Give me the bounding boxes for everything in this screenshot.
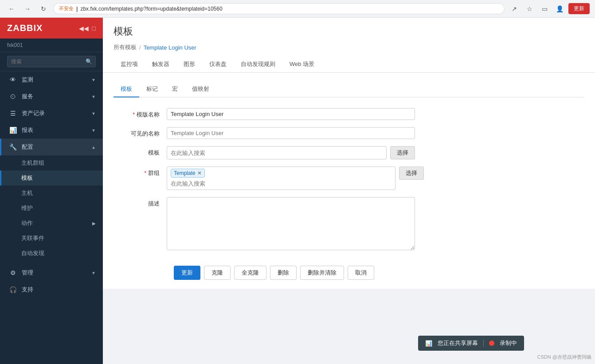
recording-dot [489,341,494,346]
form-actions: 更新 克隆 全克隆 删除 删除并清除 取消 [114,259,584,280]
zabbix-logo: ZABBIX [7,23,43,33]
chevron-up-icon: ▲ [91,145,96,150]
sub-tabs: 模板 标记 宏 值映射 [114,81,584,97]
sidebar-item-host-groups[interactable]: 主机群组 [0,155,103,170]
form-container: 模板 标记 宏 值映射 模版名称 可见的名称 [103,73,595,289]
group-label: 群组 [114,167,167,177]
chevron-down-icon: ▼ [91,77,96,82]
chevron-right-icon: ▶ [92,221,96,226]
page-title: 模板 [114,25,584,38]
browser-update-button[interactable]: 更新 [568,3,590,14]
sidebar-search-input[interactable] [7,56,96,67]
delete-button[interactable]: 删除 [270,266,297,280]
sidebar-item-report[interactable]: 📊 报表 ▼ [0,122,103,139]
sidebar-item-monitor[interactable]: 👁 监测 ▼ [0,71,103,88]
sidebar-item-config[interactable]: 🔧 配置 ▲ [0,139,103,155]
template-name-field [167,108,584,120]
security-warning: 不安全 [59,5,74,12]
sidebar-item-service[interactable]: ⏲ 服务 ▼ [0,88,103,105]
template-name-label: 模版名称 [114,108,167,119]
back-button[interactable]: ← [5,3,18,15]
template-field: 选择 [167,146,584,159]
report-icon: 📊 [8,127,17,134]
sidebar-item-support[interactable]: 🎧 支持 [0,281,103,298]
breadcrumb: 所有模板 / Template Login User [114,43,584,51]
sidebar-item-hosts[interactable]: 主机 [0,186,103,201]
address-separator: | [76,5,78,12]
sidebar-item-discovery[interactable]: 自动发现 [0,246,103,261]
group-tag-input-area[interactable]: Template ✕ [167,167,395,190]
chevron-down-icon: ▼ [91,271,96,275]
sharing-text: 您正在共享屏幕 [438,339,478,347]
tab-graphs[interactable]: 图形 [176,57,202,73]
tab-triggers[interactable]: 触发器 [145,57,176,73]
sidebar-header: ZABBIX ◀◀ □ [0,18,103,39]
status-bar-divider [483,340,484,347]
expand-icon[interactable]: □ [92,25,96,32]
group-tag: Template ✕ [171,169,205,178]
template-name-input[interactable] [167,108,415,120]
sidebar-item-actions[interactable]: 动作 ▶ [0,216,103,231]
share-button[interactable]: ↗ [508,3,521,15]
bookmark-button[interactable]: ☆ [523,3,536,15]
url-text: zbx.fxk.com/templates.php?form=update&te… [80,6,222,12]
service-icon: ⏲ [8,93,17,100]
delete-clear-button[interactable]: 删除并清除 [300,266,344,280]
address-bar[interactable]: 不安全 | zbx.fxk.com/templates.php?form=upd… [53,3,505,14]
assets-icon: ☰ [8,110,17,117]
sub-tab-tags[interactable]: 标记 [139,81,165,97]
sidebar-item-maintenance[interactable]: 维护 [0,201,103,216]
template-search-input[interactable] [167,146,387,159]
update-button[interactable]: 更新 [174,266,200,280]
browser-actions: ↗ ☆ ▭ 👤 更新 [508,3,590,15]
tag-row: Template ✕ [171,169,391,178]
cancel-button[interactable]: 取消 [348,266,374,280]
status-bar: 📊 您正在共享屏幕 录制中 [418,336,524,351]
group-tag-remove[interactable]: ✕ [197,170,202,176]
sub-tab-macros[interactable]: 宏 [165,81,185,97]
sidebar-item-manage[interactable]: ⚙ 管理 ▼ [0,264,103,281]
group-tag-label: Template [174,170,196,176]
sidebar-item-assets[interactable]: ☰ 资产记录 ▼ [0,105,103,122]
description-textarea[interactable] [167,197,415,250]
visible-name-label: 可见的名称 [114,127,167,138]
recording-text: 录制中 [500,339,517,347]
tab-web-scenarios[interactable]: Web 场景 [282,57,321,73]
sidebar-search-area: 🔍 [0,52,103,71]
full-clone-button[interactable]: 全克隆 [234,266,266,280]
profile-button[interactable]: 👤 [553,3,566,15]
forward-button[interactable]: → [21,3,34,15]
template-row: 模板 选择 [114,146,584,159]
sidebar-item-templates[interactable]: 模板 [0,170,103,186]
description-field [167,197,584,252]
breadcrumb-parent[interactable]: 所有模板 [114,43,137,51]
group-select-button[interactable]: 选择 [399,167,424,180]
visible-name-input[interactable] [167,127,415,139]
config-icon: 🔧 [8,143,17,151]
tab-auto-discovery[interactable]: 自动发现规则 [234,57,282,73]
template-select-button[interactable]: 选择 [390,146,415,159]
group-row: 群组 Template ✕ [114,167,584,190]
sharing-icon: 📊 [425,340,432,347]
manage-icon: ⚙ [8,269,17,276]
collapse-icon[interactable]: ◀◀ [79,25,89,32]
tab-monitor-items[interactable]: 监控项 [114,57,145,73]
sidebar-item-label: 监测 [22,76,87,84]
sub-tab-value-mapping[interactable]: 值映射 [185,81,216,97]
tab-dashboard[interactable]: 仪表盘 [202,57,234,73]
group-search-input[interactable] [171,179,233,188]
page-header: 模板 所有模板 / Template Login User 监控项 触发器 图形… [103,18,595,73]
visible-name-row: 可见的名称 [114,127,584,139]
sidebar-item-event-correlation[interactable]: 关联事件 [0,231,103,246]
sub-tab-template[interactable]: 模板 [114,81,139,97]
tablet-button[interactable]: ▭ [538,3,551,15]
clone-button[interactable]: 克隆 [204,266,231,280]
breadcrumb-separator: / [139,44,141,51]
app-container: ZABBIX ◀◀ □ fxk001 🔍 👁 监测 ▼ ⏲ 服务 ▼ ☰ 资产 [0,18,595,364]
refresh-button[interactable]: ↻ [37,3,50,15]
sidebar-item-label: 服务 [22,93,87,101]
description-row: 描述 [114,197,584,252]
template-name-row: 模版名称 [114,108,584,120]
monitor-icon: 👁 [8,76,17,83]
top-tabs: 监控项 触发器 图形 仪表盘 自动发现规则 Web 场景 [114,57,584,73]
